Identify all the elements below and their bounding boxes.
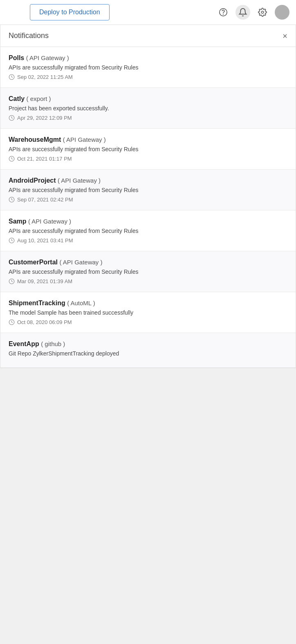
notification-item-title: Catly ( export ) bbox=[9, 95, 287, 103]
help-button[interactable] bbox=[216, 5, 231, 20]
notification-item-message: APIs are successfully migrated from Secu… bbox=[9, 146, 287, 152]
notification-item-time: Sep 02, 2022 11:25 AM bbox=[9, 74, 287, 80]
notification-item-title: Samp ( API Gateway ) bbox=[9, 218, 287, 225]
notification-timestamp: Sep 02, 2022 11:25 AM bbox=[17, 74, 73, 80]
notification-timestamp: Oct 21, 2021 01:17 PM bbox=[17, 156, 72, 162]
notification-item-title: AndroidProject ( API Gateway ) bbox=[9, 177, 287, 184]
header-icons bbox=[216, 5, 289, 20]
notification-item: EventApp ( github )Git Repo ZylkerShipme… bbox=[0, 333, 296, 368]
svg-point-1 bbox=[223, 14, 224, 14]
notification-item-time: Aug 10, 2021 03:41 PM bbox=[9, 237, 287, 244]
notification-item-time: Apr 29, 2022 12:09 PM bbox=[9, 115, 287, 121]
notification-item-time: Oct 21, 2021 01:17 PM bbox=[9, 156, 287, 162]
notification-item-title: CustomerPortal ( API Gateway ) bbox=[9, 259, 287, 266]
notification-item: ShipmentTracking ( AutoML )The model Sam… bbox=[0, 292, 296, 333]
avatar[interactable] bbox=[275, 5, 289, 20]
notification-item-time: Oct 08, 2020 06:09 PM bbox=[9, 319, 287, 325]
notifications-close-button[interactable]: × bbox=[283, 32, 287, 40]
notification-item-time: Mar 09, 2021 01:39 AM bbox=[9, 278, 287, 284]
notification-item-message: APIs are successfully migrated from Secu… bbox=[9, 187, 287, 193]
notification-item: WarehouseMgmt ( API Gateway )APIs are su… bbox=[0, 129, 296, 170]
deploy-to-production-button[interactable]: Deploy to Production bbox=[30, 4, 110, 20]
svg-point-2 bbox=[261, 11, 264, 13]
notification-item-message: APIs are successfully migrated from Secu… bbox=[9, 268, 287, 275]
notification-item: Samp ( API Gateway )APIs are successfull… bbox=[0, 210, 296, 251]
settings-button[interactable] bbox=[255, 5, 270, 20]
notification-item: Catly ( export )Project has been exporte… bbox=[0, 88, 296, 129]
notification-item-time: Sep 07, 2021 02:42 PM bbox=[9, 197, 287, 203]
header: Deploy to Production bbox=[0, 0, 296, 25]
notification-item-message: Project has been exported successfully. bbox=[9, 105, 287, 112]
notifications-panel: Notifications × Polls ( API Gateway )API… bbox=[0, 25, 296, 368]
notification-timestamp: Mar 09, 2021 01:39 AM bbox=[17, 278, 72, 284]
notification-item-message: The model Sample has been trained succes… bbox=[9, 309, 287, 316]
notification-timestamp: Sep 07, 2021 02:42 PM bbox=[17, 197, 73, 203]
notifications-bell-button[interactable] bbox=[235, 5, 250, 20]
notification-timestamp: Apr 29, 2022 12:09 PM bbox=[17, 115, 72, 121]
notifications-list: Polls ( API Gateway )APIs are successful… bbox=[0, 47, 296, 368]
notifications-header: Notifications × bbox=[0, 25, 296, 47]
notification-item: AndroidProject ( API Gateway )APIs are s… bbox=[0, 170, 296, 210]
notifications-title: Notifications bbox=[9, 31, 49, 40]
notification-item-title: WarehouseMgmt ( API Gateway ) bbox=[9, 136, 287, 143]
notification-timestamp: Aug 10, 2021 03:41 PM bbox=[17, 237, 73, 244]
notification-item-title: Polls ( API Gateway ) bbox=[9, 54, 287, 62]
notification-item: Polls ( API Gateway )APIs are successful… bbox=[0, 47, 296, 88]
notification-item-title: EventApp ( github ) bbox=[9, 340, 287, 348]
notification-item-message: APIs are successfully migrated from Secu… bbox=[9, 64, 287, 71]
notification-item-message: Git Repo ZylkerShipmentTracking deployed bbox=[9, 350, 287, 357]
notification-item: CustomerPortal ( API Gateway )APIs are s… bbox=[0, 251, 296, 292]
notification-item-title: ShipmentTracking ( AutoML ) bbox=[9, 300, 287, 307]
notification-timestamp: Oct 08, 2020 06:09 PM bbox=[17, 319, 72, 325]
notification-item-message: APIs are successfully migrated from Secu… bbox=[9, 228, 287, 234]
